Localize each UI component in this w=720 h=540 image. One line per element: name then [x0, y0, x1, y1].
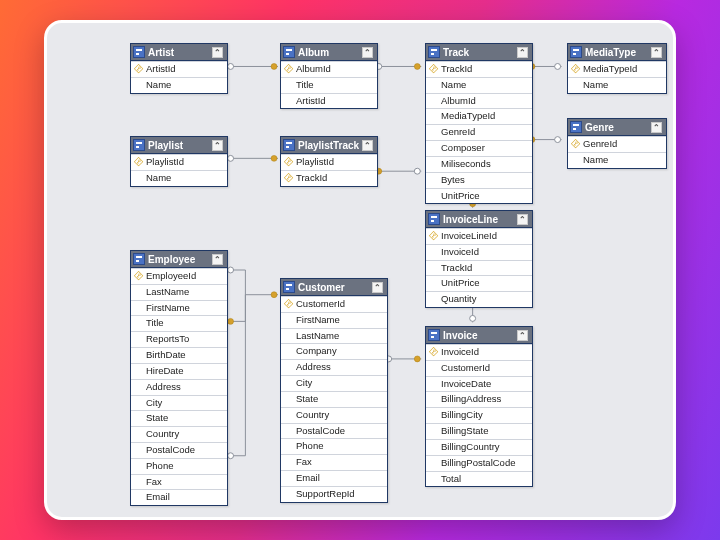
column-row[interactable]: Email — [131, 489, 227, 505]
column-row[interactable]: State — [281, 391, 387, 407]
collapse-icon[interactable]: ⌃ — [372, 282, 383, 293]
column-row[interactable]: BillingAddress — [426, 391, 532, 407]
table-header[interactable]: Customer⌃ — [281, 279, 387, 296]
column-name: EmployeeId — [146, 270, 196, 283]
table-header[interactable]: MediaType⌃ — [568, 44, 666, 61]
column-row[interactable]: Name — [131, 170, 227, 186]
column-row[interactable]: Address — [131, 379, 227, 395]
column-row[interactable]: SupportRepId — [281, 486, 387, 502]
table-track[interactable]: Track⌃⚿TrackIdNameAlbumIdMediaTypeIdGenr… — [425, 43, 533, 204]
column-row[interactable]: City — [281, 375, 387, 391]
table-header[interactable]: Album⌃ — [281, 44, 377, 61]
collapse-icon[interactable]: ⌃ — [517, 214, 528, 225]
table-header[interactable]: Invoice⌃ — [426, 327, 532, 344]
column-row[interactable]: Miliseconds — [426, 156, 532, 172]
table-genre[interactable]: Genre⌃⚿GenreIdName — [567, 118, 667, 169]
column-row[interactable]: ⚿AlbumId — [281, 61, 377, 77]
column-row[interactable]: Name — [568, 77, 666, 93]
table-playlisttrack[interactable]: PlaylistTrack⌃⚿PlaylistId⚿TrackId — [280, 136, 378, 187]
column-row[interactable]: ⚿MediaTypeId — [568, 61, 666, 77]
column-row[interactable]: Quantity — [426, 291, 532, 307]
table-header[interactable]: PlaylistTrack⌃ — [281, 137, 377, 154]
collapse-icon[interactable]: ⌃ — [517, 330, 528, 341]
column-row[interactable]: ReportsTo — [131, 331, 227, 347]
column-row[interactable]: Title — [131, 315, 227, 331]
column-row[interactable]: FirstName — [281, 312, 387, 328]
column-row[interactable]: MediaTypeId — [426, 108, 532, 124]
table-employee[interactable]: Employee⌃⚿EmployeeIdLastNameFirstNameTit… — [130, 250, 228, 506]
column-row[interactable]: BillingPostalCode — [426, 455, 532, 471]
column-row[interactable]: Title — [281, 77, 377, 93]
column-row[interactable]: Phone — [131, 458, 227, 474]
column-row[interactable]: Country — [281, 407, 387, 423]
column-row[interactable]: Company — [281, 343, 387, 359]
column-row[interactable]: ⚿InvoiceLineId — [426, 228, 532, 244]
column-row[interactable]: Name — [568, 152, 666, 168]
table-invoice[interactable]: Invoice⌃⚿InvoiceIdCustomerIdInvoiceDateB… — [425, 326, 533, 487]
column-row[interactable]: GenreId — [426, 124, 532, 140]
collapse-icon[interactable]: ⌃ — [212, 47, 223, 58]
column-row[interactable]: LastName — [281, 328, 387, 344]
column-row[interactable]: LastName — [131, 284, 227, 300]
table-header[interactable]: Employee⌃ — [131, 251, 227, 268]
column-row[interactable]: Total — [426, 471, 532, 487]
column-row[interactable]: AlbumId — [426, 93, 532, 109]
column-row[interactable]: ⚿PlaylistId — [131, 154, 227, 170]
column-row[interactable]: BillingCity — [426, 407, 532, 423]
column-row[interactable]: FirstName — [131, 300, 227, 316]
column-row[interactable]: TrackId — [426, 260, 532, 276]
column-row[interactable]: HireDate — [131, 363, 227, 379]
column-row[interactable]: ArtistId — [281, 93, 377, 109]
column-row[interactable]: ⚿PlaylistId — [281, 154, 377, 170]
column-row[interactable]: State — [131, 410, 227, 426]
column-row[interactable]: Name — [131, 77, 227, 93]
column-row[interactable]: UnitPrice — [426, 188, 532, 204]
table-header[interactable]: Artist⌃ — [131, 44, 227, 61]
column-row[interactable]: Bytes — [426, 172, 532, 188]
column-row[interactable]: BillingCountry — [426, 439, 532, 455]
column-row[interactable]: ⚿TrackId — [426, 61, 532, 77]
table-invoiceline[interactable]: InvoiceLine⌃⚿InvoiceLineIdInvoiceIdTrack… — [425, 210, 533, 308]
collapse-icon[interactable]: ⌃ — [362, 47, 373, 58]
table-header[interactable]: Playlist⌃ — [131, 137, 227, 154]
primary-key-icon: ⚿ — [283, 64, 293, 75]
table-artist[interactable]: Artist⌃⚿ArtistIdName — [130, 43, 228, 94]
column-row[interactable]: ⚿CustomerId — [281, 296, 387, 312]
table-customer[interactable]: Customer⌃⚿CustomerIdFirstNameLastNameCom… — [280, 278, 388, 503]
column-row[interactable]: UnitPrice — [426, 275, 532, 291]
column-row[interactable]: ⚿InvoiceId — [426, 344, 532, 360]
diagram-canvas[interactable]: Artist⌃⚿ArtistIdNameAlbum⌃⚿AlbumIdTitleA… — [44, 20, 676, 520]
table-header[interactable]: Track⌃ — [426, 44, 532, 61]
table-mediatype[interactable]: MediaType⌃⚿MediaTypeIdName — [567, 43, 667, 94]
table-header[interactable]: InvoiceLine⌃ — [426, 211, 532, 228]
column-row[interactable]: Fax — [281, 454, 387, 470]
column-row[interactable]: Country — [131, 426, 227, 442]
column-row[interactable]: Email — [281, 470, 387, 486]
column-row[interactable]: ⚿ArtistId — [131, 61, 227, 77]
table-playlist[interactable]: Playlist⌃⚿PlaylistIdName — [130, 136, 228, 187]
column-row[interactable]: Name — [426, 77, 532, 93]
table-header[interactable]: Genre⌃ — [568, 119, 666, 136]
column-row[interactable]: InvoiceDate — [426, 376, 532, 392]
column-row[interactable]: Address — [281, 359, 387, 375]
column-row[interactable]: Phone — [281, 438, 387, 454]
collapse-icon[interactable]: ⌃ — [517, 47, 528, 58]
column-row[interactable]: City — [131, 395, 227, 411]
collapse-icon[interactable]: ⌃ — [362, 140, 373, 151]
column-row[interactable]: BillingState — [426, 423, 532, 439]
column-row[interactable]: ⚿EmployeeId — [131, 268, 227, 284]
column-row[interactable]: PostalCode — [281, 423, 387, 439]
column-row[interactable]: ⚿GenreId — [568, 136, 666, 152]
column-row[interactable]: InvoiceId — [426, 244, 532, 260]
table-album[interactable]: Album⌃⚿AlbumIdTitleArtistId — [280, 43, 378, 109]
column-row[interactable]: BirthDate — [131, 347, 227, 363]
collapse-icon[interactable]: ⌃ — [651, 47, 662, 58]
column-row[interactable]: ⚿TrackId — [281, 170, 377, 186]
collapse-icon[interactable]: ⌃ — [212, 140, 223, 151]
column-row[interactable]: PostalCode — [131, 442, 227, 458]
column-row[interactable]: CustomerId — [426, 360, 532, 376]
collapse-icon[interactable]: ⌃ — [651, 122, 662, 133]
collapse-icon[interactable]: ⌃ — [212, 254, 223, 265]
column-row[interactable]: Fax — [131, 474, 227, 490]
column-row[interactable]: Composer — [426, 140, 532, 156]
